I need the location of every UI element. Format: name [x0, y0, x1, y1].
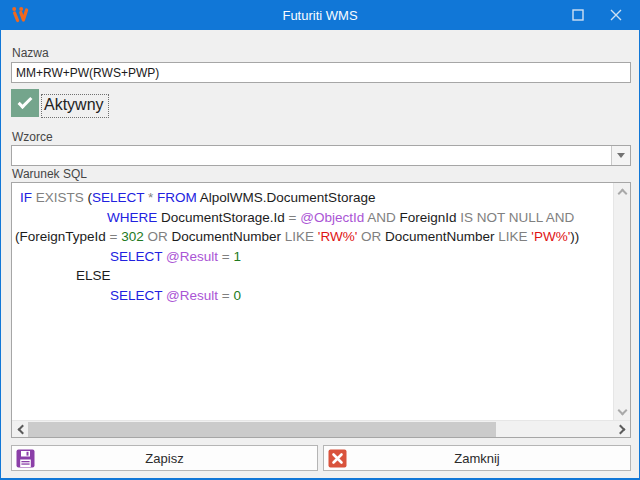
aktywny-label[interactable]: Aktywny	[41, 94, 109, 118]
floppy-disk-icon	[16, 449, 35, 468]
sql-token: FROM	[157, 190, 197, 205]
sql-line: SELECT @Result = 1	[110, 247, 611, 267]
scroll-up-button[interactable]	[614, 183, 631, 200]
sql-token: EXISTS	[32, 190, 88, 205]
maximize-button[interactable]	[559, 0, 597, 30]
sql-token: =	[222, 288, 234, 303]
close-dialog-button[interactable]: Zamknij	[323, 445, 631, 471]
sql-token: AND	[364, 210, 399, 225]
warunek-sql-label: Warunek SQL	[12, 167, 87, 181]
sql-token: DocumentNumber	[385, 229, 495, 244]
aktywny-checkbox[interactable]	[11, 89, 39, 117]
nazwa-label: Nazwa	[12, 46, 49, 60]
sql-token: =	[110, 229, 122, 244]
scroll-down-button[interactable]	[614, 403, 631, 420]
sql-token: =	[289, 210, 301, 225]
sql-token: WHERE	[107, 210, 157, 225]
close-icon	[610, 9, 622, 21]
titlebar: Futuriti WMS	[1, 0, 639, 30]
wzorce-input[interactable]	[12, 146, 611, 165]
checkmark-icon	[18, 94, 33, 109]
chevron-down-icon	[618, 405, 628, 415]
horizontal-scrollbar[interactable]	[12, 420, 630, 437]
sql-token: 0	[233, 288, 241, 303]
sql-token: IS NOT NULL AND	[457, 210, 575, 225]
sql-token: 'RW%'	[318, 229, 357, 244]
sql-line: ELSE	[76, 266, 611, 286]
sql-token: OR	[357, 229, 385, 244]
sql-token: SELECT	[110, 288, 162, 303]
sql-line: (ForeignTypeId = 302 OR DocumentNumber L…	[15, 227, 611, 247]
window-title: Futuriti WMS	[1, 8, 639, 23]
sql-token: AlpolWMS.DocumentStorage	[197, 190, 376, 205]
dialog-window: Futuriti WMS Nazwa Aktywny Wzorce W	[0, 0, 640, 480]
sql-token: ForeignId	[399, 210, 456, 225]
close-button[interactable]	[597, 0, 635, 30]
save-button[interactable]: Zapisz	[11, 445, 318, 471]
sql-token: 1	[233, 249, 241, 264]
sql-token: SELECT	[110, 249, 162, 264]
scrollbar-thumb[interactable]	[28, 422, 496, 437]
wzorce-label: Wzorce	[12, 130, 53, 144]
sql-token: (ForeignTypeId	[15, 229, 110, 244]
chevron-up-icon	[618, 188, 628, 198]
sql-line: IF EXISTS (SELECT * FROM AlpolWMS.Docume…	[20, 188, 611, 208]
sql-token: DocumentNumber	[171, 229, 281, 244]
sql-token: LIKE	[495, 229, 532, 244]
sql-token: LIKE	[281, 229, 318, 244]
vertical-scrollbar[interactable]	[613, 183, 630, 420]
combobox-dropdown-button[interactable]	[611, 146, 630, 165]
sql-token: @Result	[162, 249, 221, 264]
sql-line: WHERE DocumentStorage.Id = @ObjectId AND…	[107, 208, 611, 228]
wzorce-combobox[interactable]	[11, 145, 631, 166]
maximize-icon	[572, 9, 584, 21]
sql-token: SELECT	[92, 190, 144, 205]
chevron-left-icon	[17, 425, 27, 435]
chevron-right-icon	[615, 425, 625, 435]
sql-token: DocumentStorage.Id	[157, 210, 288, 225]
sql-line: SELECT @Result = 0	[110, 286, 611, 306]
sql-editor[interactable]: IF EXISTS (SELECT * FROM AlpolWMS.Docume…	[11, 182, 631, 438]
sql-token: 'PW%'	[531, 229, 570, 244]
sql-token: 302	[121, 229, 144, 244]
sql-token: @ObjectId	[300, 210, 364, 225]
nazwa-input[interactable]	[11, 62, 631, 83]
chevron-down-icon	[617, 153, 625, 158]
save-button-label: Zapisz	[145, 451, 183, 466]
sql-token: IF	[20, 190, 32, 205]
scroll-right-button[interactable]	[613, 421, 630, 438]
sql-token: OR	[144, 229, 172, 244]
sql-token: ELSE	[76, 268, 111, 283]
sql-token: *	[144, 190, 157, 205]
sql-token: =	[222, 249, 234, 264]
sql-token: ))	[570, 229, 579, 244]
sql-text-area[interactable]: IF EXISTS (SELECT * FROM AlpolWMS.Docume…	[12, 183, 613, 420]
close-button-label: Zamknij	[454, 451, 500, 466]
scroll-left-button[interactable]	[12, 421, 29, 438]
red-x-icon	[328, 449, 347, 468]
sql-token: @Result	[162, 288, 221, 303]
